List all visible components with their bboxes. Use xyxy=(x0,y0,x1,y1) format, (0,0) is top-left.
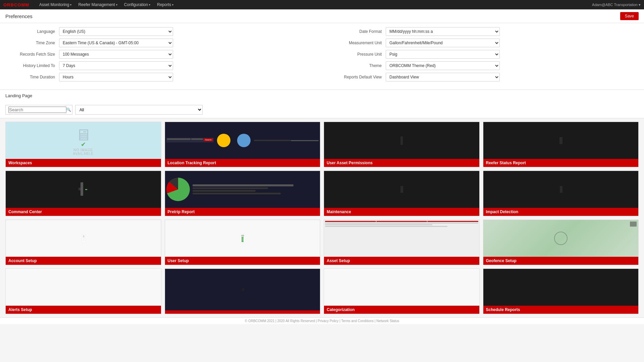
card-location-tracking[interactable]: Search Location Tracking Report xyxy=(165,122,321,167)
card-label-user-asset: User Asset Permissions xyxy=(324,159,479,167)
card-command-center[interactable]: Command Center xyxy=(5,171,161,216)
chevron-down-icon: ▾ xyxy=(116,3,117,6)
prefs-right: Date Format MM/dd/yyyy hh:mm:ss a Measur… xyxy=(332,27,639,84)
card-label-pretrip: Pretrip Report xyxy=(165,208,320,216)
duration-select[interactable]: Hours xyxy=(59,73,173,81)
footer: © ORBCOMM 2021 | 2020 All Rights Reserve… xyxy=(0,317,644,324)
card-label-schedule: Schedule Reports xyxy=(483,306,639,314)
top-nav: ORBCOMM Asset Monitoring ▾ Reefer Manage… xyxy=(0,0,644,9)
card-label-maintenance: Maintenance xyxy=(324,208,479,216)
card-extra1[interactable] xyxy=(165,268,321,314)
pref-reports-view: Reports Default View Dashboard View xyxy=(332,73,639,81)
card-categorization[interactable]: Categorization xyxy=(324,268,480,314)
cards-container: 🖥 ✔ NO IMAGEAVAILABLE Workspaces Search xyxy=(0,118,644,317)
card-label-reefer: Reefer Status Report xyxy=(483,159,639,167)
pressure-select[interactable]: Psig xyxy=(386,50,500,59)
card-asset-setup[interactable]: Asset Setup xyxy=(324,220,480,265)
records-select[interactable]: 100 Messages xyxy=(59,50,173,59)
card-preview-extra1 xyxy=(165,269,320,310)
duration-label: Time Duration xyxy=(5,75,59,79)
landing-section: Landing Page xyxy=(0,90,644,103)
no-image-placeholder: 🖥 ✔ NO IMAGEAVAILABLE xyxy=(73,126,94,156)
nav-asset-monitoring[interactable]: Asset Monitoring ▾ xyxy=(36,0,75,9)
theme-select[interactable]: ORBCOMM Theme (Red) xyxy=(386,61,500,70)
pie-chart-icon xyxy=(166,178,190,201)
card-preview-location: Search xyxy=(165,122,320,159)
yellow-circle-icon xyxy=(217,134,230,147)
user-info[interactable]: Adam@ABC Transportation ▾ xyxy=(592,3,641,7)
history-label: History Limited To xyxy=(5,63,59,68)
card-reefer-status[interactable]: Reefer Status Report xyxy=(483,122,639,167)
card-label-location: Location Tracking Report xyxy=(165,159,320,167)
language-select[interactable]: English (US) xyxy=(59,27,173,36)
card-label-command: Command Center xyxy=(6,208,161,216)
card-label-geofence: Geofence Setup xyxy=(483,257,639,265)
chevron-down-icon: ▾ xyxy=(172,3,173,6)
card-label-asset-setup: Asset Setup xyxy=(324,257,479,265)
date-format-label: Date Format xyxy=(332,29,386,34)
filter-select[interactable]: All xyxy=(75,105,203,115)
pref-timezone: Time Zone Eastern Time (US & Canada) - G… xyxy=(5,39,312,47)
reports-view-select[interactable]: Dashboard View xyxy=(386,73,500,81)
date-format-select[interactable]: MM/dd/yyyy hh:mm:ss a xyxy=(386,27,500,36)
pref-pressure: Pressure Unit Psig xyxy=(332,50,639,59)
card-label-alerts: Alerts Setup xyxy=(6,306,161,314)
preferences-form: Language English (US) Time Zone Eastern … xyxy=(0,23,644,90)
card-preview-account xyxy=(6,220,161,257)
reports-view-label: Reports Default View xyxy=(332,75,386,79)
page-title: Preferences xyxy=(5,13,33,19)
nav-reports[interactable]: Reports ▾ xyxy=(154,0,177,9)
prefs-grid: Language English (US) Time Zone Eastern … xyxy=(5,27,639,84)
measurement-label: Measurement Unit xyxy=(332,41,386,45)
card-preview-user-setup xyxy=(165,220,320,257)
card-preview-categorization xyxy=(324,269,479,306)
landing-label: Landing Page xyxy=(5,93,639,98)
card-preview-workspaces: 🖥 ✔ NO IMAGEAVAILABLE xyxy=(6,122,161,159)
card-preview-reefer xyxy=(483,122,639,159)
no-image-text: NO IMAGEAVAILABLE xyxy=(73,148,94,156)
chevron-down-icon: ▾ xyxy=(149,3,150,6)
pref-duration: Time Duration Hours xyxy=(5,73,312,81)
timezone-select[interactable]: Eastern Time (US & Canada) - GMT-05:00 xyxy=(59,39,173,47)
card-geofence[interactable]: Geofence Setup xyxy=(483,220,639,265)
language-label: Language xyxy=(5,29,59,34)
logo: ORBCOMM xyxy=(3,2,29,7)
search-bar: 🔍 All xyxy=(0,103,644,118)
card-preview-user-asset xyxy=(324,122,479,159)
card-preview-schedule xyxy=(483,269,639,306)
card-user-setup[interactable]: User Setup xyxy=(165,220,321,265)
card-preview-geofence xyxy=(483,220,639,257)
search-input[interactable] xyxy=(8,107,66,113)
card-pretrip[interactable]: Pretrip Report xyxy=(165,171,321,216)
history-select[interactable]: 7 Days xyxy=(59,61,173,70)
main-content: Preferences Save Language English (US) T… xyxy=(0,9,644,362)
pressure-label: Pressure Unit xyxy=(332,52,386,57)
timezone-label: Time Zone xyxy=(5,41,59,45)
theme-label: Theme xyxy=(332,63,386,68)
card-label-extra1 xyxy=(165,310,320,314)
search-icon: 🔍 xyxy=(66,108,71,112)
card-account-setup[interactable]: Account Setup xyxy=(5,220,161,265)
card-preview-command xyxy=(6,171,161,208)
card-user-asset[interactable]: User Asset Permissions xyxy=(324,122,480,167)
page-header: Preferences Save xyxy=(0,9,644,23)
records-label: Records Fetch Size xyxy=(5,52,59,57)
card-preview-pretrip xyxy=(165,171,320,208)
nav-configuration[interactable]: Configuration ▾ xyxy=(121,0,154,9)
card-label-user-setup: User Setup xyxy=(165,257,320,265)
card-preview-impact xyxy=(483,171,639,208)
prefs-left: Language English (US) Time Zone Eastern … xyxy=(5,27,312,84)
nav-reefer-management[interactable]: Reefer Management ▾ xyxy=(75,0,120,9)
card-maintenance[interactable]: Maintenance xyxy=(324,171,480,216)
save-button[interactable]: Save xyxy=(620,12,639,20)
pref-theme: Theme ORBCOMM Theme (Red) xyxy=(332,61,639,70)
card-alerts-setup[interactable]: Alerts Setup xyxy=(5,268,161,314)
card-impact-detection[interactable]: Impact Detection xyxy=(483,171,639,216)
footer-copyright: © ORBCOMM 2021 | 2020 All Rights Reserve… xyxy=(245,319,399,323)
pref-language: Language English (US) xyxy=(5,27,312,36)
card-schedule-reports[interactable]: Schedule Reports xyxy=(483,268,639,314)
measurement-select[interactable]: Gallon/Fahrenheit/Mile/Pound xyxy=(386,39,500,47)
card-preview-asset xyxy=(324,220,479,257)
card-workspaces[interactable]: 🖥 ✔ NO IMAGEAVAILABLE Workspaces xyxy=(5,122,161,167)
card-label-impact: Impact Detection xyxy=(483,208,639,216)
